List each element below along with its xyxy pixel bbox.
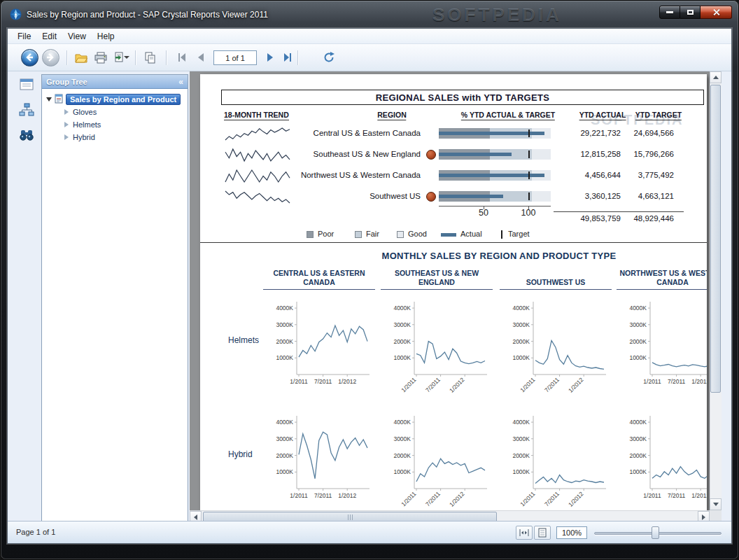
mini-chart-hybrid-southeast: 4000K3000K2000K1000K1/20117/20111/2012 [390,410,497,507]
svg-text:7/2011: 7/2011 [314,378,332,385]
find-binoculars-icon [19,128,34,142]
first-page-button[interactable] [173,48,191,66]
menu-view[interactable]: View [62,30,92,43]
svg-text:3000K: 3000K [512,321,530,328]
scroll-up-button[interactable] [710,71,722,83]
first-page-icon [177,52,188,62]
maximize-icon [687,10,694,15]
tree-item-root[interactable]: Sales by Region and Product [45,93,185,106]
trend-sparkline [224,188,291,206]
svg-text:2000K: 2000K [512,452,530,459]
minimize-button[interactable] [659,6,680,19]
fit-width-button[interactable] [516,526,533,540]
tree-item-gloves[interactable]: Gloves [45,106,185,118]
titlebar[interactable]: SOFTPEDIA Sales by Region and Product - … [0,0,739,28]
grid-col-header: NORTHWEST US & WESTERN CANADA [617,265,707,290]
window-body: File Edit View Help [7,28,732,544]
close-button[interactable] [701,6,732,19]
tree-item-helmets[interactable]: Helmets [45,118,185,131]
group-tree-title: Group Tree [46,78,87,86]
refresh-button[interactable] [320,48,338,66]
chevron-down-icon [124,56,129,59]
svg-text:4000K: 4000K [512,419,530,426]
tree-expand-icon[interactable] [46,97,52,102]
parameter-panel-icon [19,78,34,92]
vertical-scrollbar[interactable] [710,71,722,510]
fit-page-icon [538,528,547,538]
col-header-trend: 18-MONTH TREND [224,111,289,120]
group-tree-tab[interactable] [17,101,36,119]
tree-collapse-icon[interactable] [64,134,69,140]
scroll-down-button[interactable] [710,498,722,510]
svg-text:7/2011: 7/2011 [668,492,686,499]
tree-item-label[interactable]: Hybrid [73,133,95,141]
last-page-button[interactable] [278,48,296,66]
svg-text:7/2011: 7/2011 [424,490,442,507]
svg-text:3000K: 3000K [276,321,293,328]
svg-text:4000K: 4000K [629,419,647,426]
tree-collapse-icon[interactable] [64,109,69,115]
copy-button[interactable] [141,48,159,66]
arrow-right-icon [702,514,705,520]
axis-label-50: 50 [479,208,488,218]
svg-text:1/2011: 1/2011 [400,376,417,393]
region-row: Central US & Eastern Canada 29,221,732 2… [200,123,707,144]
export-dropdown-button[interactable] [122,48,131,66]
page-number-box[interactable]: 1 of 1 [213,50,257,65]
svg-text:3000K: 3000K [276,435,293,442]
below-target-marker [426,192,436,202]
svg-text:7/2011: 7/2011 [543,490,561,507]
close-icon [712,8,720,16]
bullet-chart [439,170,551,181]
region-label: Central US & Eastern Canada [298,129,421,137]
zoom-value-box[interactable]: 100% [556,526,587,539]
menu-file[interactable]: File [12,30,36,43]
tree-item-label[interactable]: Sales by Region and Product [66,94,181,105]
grid-row-label: Hybrid [228,449,253,459]
forward-button[interactable] [41,48,59,66]
tree-item-hybrid[interactable]: Hybrid [45,131,185,144]
maximize-button[interactable] [680,6,701,19]
softpedia-watermark: SOFTPEDIA [432,4,562,26]
tree-item-label[interactable]: Gloves [73,108,97,116]
parameter-panel-tab[interactable] [17,76,36,94]
report-page: SOFTPEDIA REGIONAL SALES with YTD TARGET… [200,74,707,510]
region-label: Northwest US & Western Canada [298,171,421,179]
arrow-up-icon [713,76,719,79]
toolbar-separator [135,50,136,65]
zoom-slider-thumb[interactable] [652,526,659,539]
menu-help[interactable]: Help [92,30,120,43]
svg-text:1000K: 1000K [276,468,293,475]
tree-item-label[interactable]: Helmets [73,120,101,129]
next-page-button[interactable] [261,48,279,66]
arrow-left-icon [194,514,197,520]
open-button[interactable] [72,48,90,66]
svg-text:4000K: 4000K [276,419,293,426]
legend-swatch-target [501,230,502,239]
tree-collapse-icon[interactable] [64,122,69,127]
legend-swatch-poor [307,231,314,238]
section2-title: MONTHLY SALES BY REGION AND PRODUCT TYPE [291,251,707,261]
fit-page-button[interactable] [534,526,551,540]
menu-edit[interactable]: Edit [36,30,62,43]
collapse-panel-button[interactable]: « [178,77,183,87]
back-icon [21,49,38,66]
below-target-marker [426,150,436,160]
trend-sparkline [224,167,291,185]
svg-text:1/2011: 1/2011 [643,492,661,499]
grid-col-header: CENTRAL US & EASTERN CANADA [263,265,375,290]
back-button[interactable] [20,48,38,66]
group-tree-header: Group Tree « [42,75,188,89]
vertical-scroll-thumb[interactable] [710,85,721,393]
legend-swatch-actual [441,233,456,237]
print-button[interactable] [92,48,110,66]
mini-chart-hybrid-southwest: 4000K3000K2000K1000K1/20117/20111/2012 [509,410,616,507]
previous-page-button[interactable] [191,48,209,66]
fit-width-icon [519,528,529,537]
statusbar: Page 1 of 1 100% [8,521,731,543]
zoom-slider[interactable] [594,526,722,540]
find-tab[interactable] [17,126,36,144]
folder-open-icon [75,52,88,64]
report-viewport: SOFTPEDIA REGIONAL SALES with YTD TARGET… [190,71,710,510]
totals-rule [554,211,684,212]
